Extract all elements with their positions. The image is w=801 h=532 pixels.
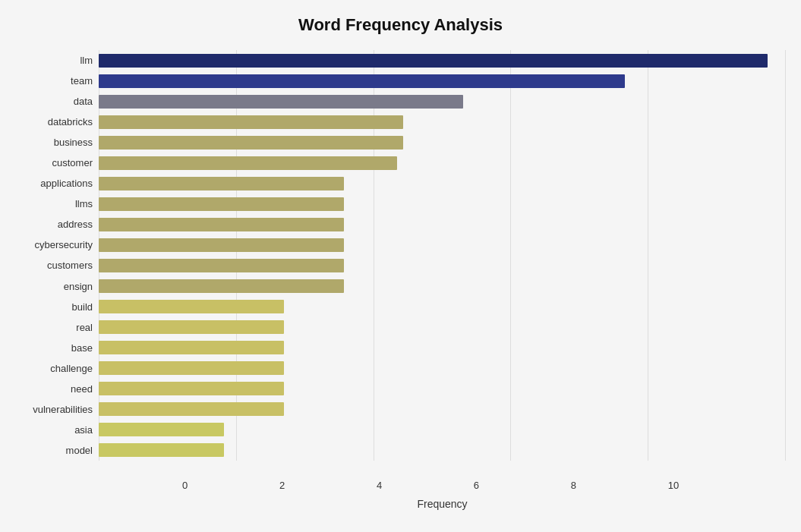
y-label: challenge <box>50 364 93 373</box>
y-label: asia <box>74 425 93 435</box>
bar-row <box>99 339 786 356</box>
bar-row <box>99 319 786 335</box>
bar-row <box>99 216 786 233</box>
bar <box>99 74 625 88</box>
bar-row <box>99 380 786 397</box>
x-tick: 6 <box>474 480 479 491</box>
bar-row <box>99 257 786 274</box>
x-tick: 0 <box>182 480 188 491</box>
y-label: team <box>71 76 93 86</box>
bar <box>99 197 344 211</box>
x-axis: 0246810 <box>182 480 771 491</box>
y-label: databricks <box>48 117 93 127</box>
bar <box>99 115 403 129</box>
bar-row <box>99 73 786 90</box>
bar-row <box>99 134 786 151</box>
bar <box>99 259 344 272</box>
bar <box>99 156 397 170</box>
bar <box>99 136 403 150</box>
y-label: address <box>58 219 93 229</box>
y-labels: llmteamdatadatabricksbusinesscustomerapp… <box>15 50 99 461</box>
chart-container: Word Frequency Analysis llmteamdatadatab… <box>0 0 801 532</box>
bar <box>99 341 284 354</box>
bar-row <box>99 298 786 315</box>
bars-section: 0246810 Frequency <box>99 50 786 461</box>
bar <box>99 95 463 109</box>
chart-area: llmteamdatadatabricksbusinesscustomerapp… <box>15 50 786 461</box>
x-tick: 4 <box>377 480 382 491</box>
bar-row <box>99 401 786 417</box>
bar-row <box>99 52 786 69</box>
bar <box>99 443 224 457</box>
bar-row <box>99 360 786 376</box>
y-label: data <box>74 96 93 106</box>
bar-row <box>99 93 786 110</box>
bar-row <box>99 155 786 172</box>
bar-row <box>99 175 786 192</box>
bar-row <box>99 237 786 253</box>
bar <box>99 300 284 313</box>
x-tick: 8 <box>571 480 576 491</box>
x-tick: 2 <box>279 480 285 491</box>
y-label: customers <box>47 260 93 270</box>
bar-row <box>99 114 786 131</box>
y-label: base <box>71 343 93 353</box>
y-label: build <box>72 302 93 312</box>
y-label: ensign <box>64 282 93 291</box>
y-label: llms <box>75 199 93 209</box>
bar <box>99 218 344 231</box>
bar <box>99 423 224 436</box>
y-label: vulnerabilities <box>33 405 93 414</box>
bar <box>99 320 284 334</box>
x-axis-label: Frequency <box>99 498 786 510</box>
y-label: customer <box>52 158 93 168</box>
y-label: business <box>54 137 93 147</box>
y-label: llm <box>80 55 93 65</box>
bar <box>99 382 284 395</box>
bar-row <box>99 442 786 458</box>
y-label: real <box>76 323 93 332</box>
y-label: applications <box>40 178 93 188</box>
bar <box>99 177 344 190</box>
bars-wrapper <box>99 50 786 461</box>
y-label: need <box>71 384 93 394</box>
chart-title: Word Frequency Analysis <box>15 15 786 35</box>
bar-row <box>99 196 786 212</box>
bar-row <box>99 421 786 438</box>
x-tick: 10 <box>668 480 679 491</box>
bar <box>99 361 284 375</box>
bar <box>99 402 284 416</box>
bar <box>99 279 344 293</box>
bar <box>99 54 768 68</box>
bar-row <box>99 278 786 294</box>
y-label: model <box>66 445 93 455</box>
bar <box>99 238 344 252</box>
y-label: cybersecurity <box>34 240 93 250</box>
